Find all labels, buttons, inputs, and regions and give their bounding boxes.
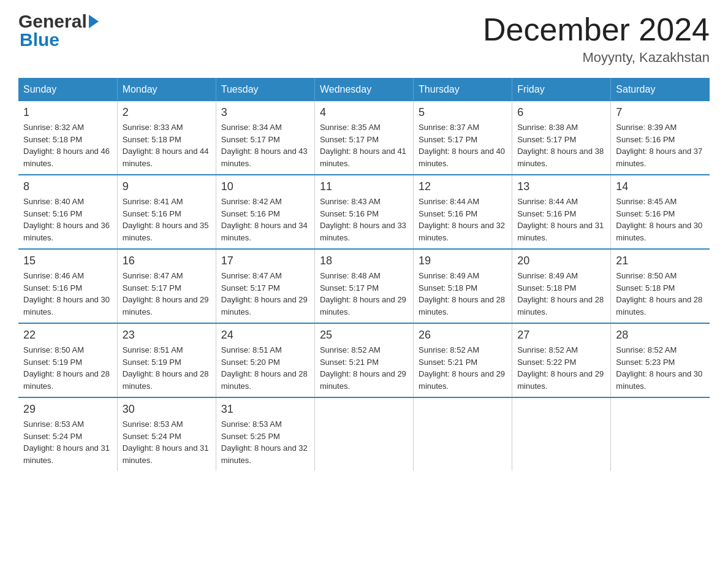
day-number: 23	[123, 329, 211, 342]
calendar-cell: 1Sunrise: 8:32 AMSunset: 5:18 PMDaylight…	[18, 101, 117, 175]
calendar-week-3: 15Sunrise: 8:46 AMSunset: 5:16 PMDayligh…	[18, 249, 710, 323]
logo-arrow-icon	[89, 15, 99, 28]
day-info: Sunrise: 8:44 AMSunset: 5:16 PMDaylight:…	[517, 196, 605, 243]
calendar-cell	[611, 397, 710, 471]
day-number: 3	[221, 106, 309, 119]
day-number: 6	[517, 106, 605, 119]
day-info: Sunrise: 8:32 AMSunset: 5:18 PMDaylight:…	[23, 121, 112, 169]
calendar-cell: 15Sunrise: 8:46 AMSunset: 5:16 PMDayligh…	[18, 249, 117, 323]
day-info: Sunrise: 8:46 AMSunset: 5:16 PMDaylight:…	[23, 270, 112, 318]
header-wednesday: Wednesday	[314, 78, 413, 101]
day-info: Sunrise: 8:38 AMSunset: 5:17 PMDaylight:…	[517, 121, 605, 169]
calendar-cell: 31Sunrise: 8:53 AMSunset: 5:25 PMDayligh…	[216, 397, 314, 471]
calendar-cell: 30Sunrise: 8:53 AMSunset: 5:24 PMDayligh…	[117, 397, 216, 471]
day-info: Sunrise: 8:52 AMSunset: 5:23 PMDaylight:…	[616, 344, 705, 392]
month-title: December 2024	[483, 12, 710, 47]
calendar-cell: 19Sunrise: 8:49 AMSunset: 5:18 PMDayligh…	[414, 249, 512, 323]
page-header: General Blue December 2024 Moyynty, Kaza…	[18, 12, 710, 66]
day-number: 2	[123, 106, 211, 119]
title-section: December 2024 Moyynty, Kazakhstan	[483, 12, 710, 66]
calendar-cell	[314, 397, 413, 471]
location-subtitle: Moyynty, Kazakhstan	[483, 50, 710, 66]
calendar-cell: 14Sunrise: 8:45 AMSunset: 5:16 PMDayligh…	[611, 175, 710, 249]
day-info: Sunrise: 8:50 AMSunset: 5:19 PMDaylight:…	[23, 344, 112, 392]
day-number: 13	[517, 180, 605, 193]
calendar-cell: 9Sunrise: 8:41 AMSunset: 5:16 PMDaylight…	[117, 175, 216, 249]
logo: General Blue	[18, 12, 99, 49]
day-number: 5	[419, 106, 507, 119]
day-number: 4	[320, 106, 408, 119]
header-thursday: Thursday	[414, 78, 512, 101]
day-info: Sunrise: 8:49 AMSunset: 5:18 PMDaylight:…	[419, 270, 507, 318]
calendar-cell: 7Sunrise: 8:39 AMSunset: 5:16 PMDaylight…	[611, 101, 710, 175]
logo-blue-text: Blue	[20, 31, 99, 49]
header-saturday: Saturday	[611, 78, 710, 101]
calendar-cell: 26Sunrise: 8:52 AMSunset: 5:21 PMDayligh…	[414, 323, 512, 397]
header-sunday: Sunday	[18, 78, 117, 101]
day-number: 31	[221, 403, 309, 416]
day-number: 19	[419, 255, 507, 267]
day-number: 24	[221, 329, 309, 342]
day-info: Sunrise: 8:48 AMSunset: 5:17 PMDaylight:…	[320, 270, 408, 318]
day-number: 30	[123, 403, 211, 416]
day-info: Sunrise: 8:53 AMSunset: 5:24 PMDaylight:…	[23, 418, 112, 466]
calendar-cell: 27Sunrise: 8:52 AMSunset: 5:22 PMDayligh…	[512, 323, 611, 397]
day-info: Sunrise: 8:52 AMSunset: 5:21 PMDaylight:…	[419, 344, 507, 392]
day-number: 22	[23, 329, 112, 342]
day-info: Sunrise: 8:40 AMSunset: 5:16 PMDaylight:…	[23, 196, 112, 243]
calendar-cell	[414, 397, 512, 471]
logo-general-text: General	[18, 12, 87, 31]
day-number: 26	[419, 329, 507, 342]
calendar-cell: 6Sunrise: 8:38 AMSunset: 5:17 PMDaylight…	[512, 101, 611, 175]
calendar-cell: 5Sunrise: 8:37 AMSunset: 5:17 PMDaylight…	[414, 101, 512, 175]
day-info: Sunrise: 8:47 AMSunset: 5:17 PMDaylight:…	[221, 270, 309, 318]
calendar-cell: 13Sunrise: 8:44 AMSunset: 5:16 PMDayligh…	[512, 175, 611, 249]
day-number: 9	[123, 180, 211, 193]
day-number: 29	[23, 403, 112, 416]
calendar-cell: 8Sunrise: 8:40 AMSunset: 5:16 PMDaylight…	[18, 175, 117, 249]
day-number: 25	[320, 329, 408, 342]
day-info: Sunrise: 8:35 AMSunset: 5:17 PMDaylight:…	[320, 121, 408, 169]
calendar-header: SundayMondayTuesdayWednesdayThursdayFrid…	[18, 78, 710, 101]
calendar-body: 1Sunrise: 8:32 AMSunset: 5:18 PMDaylight…	[18, 101, 710, 471]
day-info: Sunrise: 8:45 AMSunset: 5:16 PMDaylight:…	[616, 196, 705, 243]
calendar-week-5: 29Sunrise: 8:53 AMSunset: 5:24 PMDayligh…	[18, 397, 710, 471]
day-info: Sunrise: 8:47 AMSunset: 5:17 PMDaylight:…	[123, 270, 211, 318]
day-info: Sunrise: 8:52 AMSunset: 5:21 PMDaylight:…	[320, 344, 408, 392]
day-info: Sunrise: 8:37 AMSunset: 5:17 PMDaylight:…	[419, 121, 507, 169]
calendar-cell: 22Sunrise: 8:50 AMSunset: 5:19 PMDayligh…	[18, 323, 117, 397]
day-number: 12	[419, 180, 507, 193]
calendar-cell: 25Sunrise: 8:52 AMSunset: 5:21 PMDayligh…	[314, 323, 413, 397]
day-info: Sunrise: 8:34 AMSunset: 5:17 PMDaylight:…	[221, 121, 309, 169]
day-number: 10	[221, 180, 309, 193]
calendar-cell: 24Sunrise: 8:51 AMSunset: 5:20 PMDayligh…	[216, 323, 314, 397]
day-info: Sunrise: 8:39 AMSunset: 5:16 PMDaylight:…	[616, 121, 705, 169]
calendar-cell: 2Sunrise: 8:33 AMSunset: 5:18 PMDaylight…	[117, 101, 216, 175]
calendar-cell: 18Sunrise: 8:48 AMSunset: 5:17 PMDayligh…	[314, 249, 413, 323]
day-number: 11	[320, 180, 408, 193]
day-info: Sunrise: 8:50 AMSunset: 5:18 PMDaylight:…	[616, 270, 705, 318]
header-monday: Monday	[117, 78, 216, 101]
header-friday: Friday	[512, 78, 611, 101]
calendar-cell: 29Sunrise: 8:53 AMSunset: 5:24 PMDayligh…	[18, 397, 117, 471]
calendar-cell: 21Sunrise: 8:50 AMSunset: 5:18 PMDayligh…	[611, 249, 710, 323]
day-info: Sunrise: 8:51 AMSunset: 5:20 PMDaylight:…	[221, 344, 309, 392]
calendar-week-1: 1Sunrise: 8:32 AMSunset: 5:18 PMDaylight…	[18, 101, 710, 175]
calendar-cell: 23Sunrise: 8:51 AMSunset: 5:19 PMDayligh…	[117, 323, 216, 397]
day-info: Sunrise: 8:52 AMSunset: 5:22 PMDaylight:…	[517, 344, 605, 392]
day-number: 15	[23, 255, 112, 267]
day-number: 28	[616, 329, 705, 342]
day-number: 18	[320, 255, 408, 267]
day-number: 16	[123, 255, 211, 267]
day-number: 20	[517, 255, 605, 267]
day-info: Sunrise: 8:44 AMSunset: 5:16 PMDaylight:…	[419, 196, 507, 243]
day-number: 14	[616, 180, 705, 193]
calendar-table: SundayMondayTuesdayWednesdayThursdayFrid…	[18, 78, 710, 471]
day-info: Sunrise: 8:43 AMSunset: 5:16 PMDaylight:…	[320, 196, 408, 243]
calendar-cell: 28Sunrise: 8:52 AMSunset: 5:23 PMDayligh…	[611, 323, 710, 397]
calendar-cell: 10Sunrise: 8:42 AMSunset: 5:16 PMDayligh…	[216, 175, 314, 249]
day-info: Sunrise: 8:41 AMSunset: 5:16 PMDaylight:…	[123, 196, 211, 243]
calendar-cell: 17Sunrise: 8:47 AMSunset: 5:17 PMDayligh…	[216, 249, 314, 323]
calendar-cell: 11Sunrise: 8:43 AMSunset: 5:16 PMDayligh…	[314, 175, 413, 249]
day-info: Sunrise: 8:33 AMSunset: 5:18 PMDaylight:…	[123, 121, 211, 169]
